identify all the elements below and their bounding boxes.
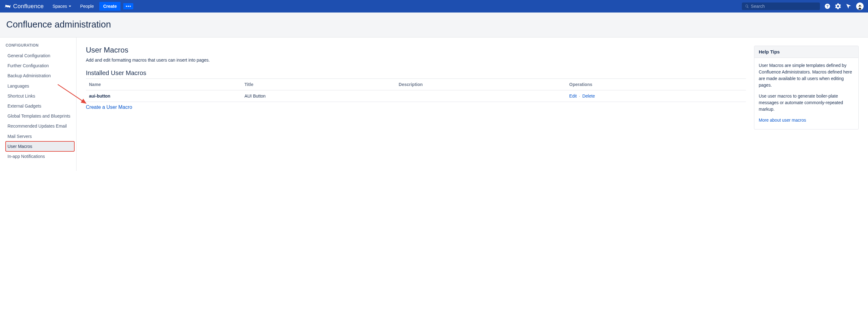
help-button[interactable]: ? [824, 3, 831, 9]
sidebar-heading: CONFIGURATION [6, 43, 74, 48]
svg-point-1 [128, 6, 129, 7]
create-button-label: Create [103, 4, 117, 9]
page-header: Confluence administration [0, 12, 868, 37]
main-description: Add and edit formatting macros that user… [86, 58, 746, 62]
sidebar-item-user-macros[interactable]: User Macros [6, 141, 74, 151]
page-title: Confluence administration [6, 19, 862, 30]
search-input[interactable] [751, 4, 817, 9]
sidebar-item-general-configuration[interactable]: General Configuration [6, 51, 74, 61]
table-row: aui-buttonAUI ButtonEdit · Delete [86, 90, 746, 102]
notification-icon [845, 3, 852, 9]
sidebar-item-external-gadgets[interactable]: External Gadgets [6, 101, 74, 111]
avatar[interactable] [856, 2, 864, 10]
search-box[interactable] [742, 2, 820, 10]
sidebar-item-further-configuration[interactable]: Further Configuration [6, 61, 74, 71]
more-button[interactable] [123, 3, 133, 9]
help-icon: ? [824, 3, 831, 9]
section-heading: Installed User Macros [86, 69, 746, 77]
create-user-macro-link[interactable]: Create a User Macro [86, 105, 132, 110]
macro-title: AUI Button [241, 90, 396, 102]
notifications-button[interactable] [845, 3, 852, 9]
col-description: Description [396, 79, 566, 90]
macros-table: NameTitleDescriptionOperations aui-butto… [86, 79, 746, 102]
main-heading: User Macros [86, 46, 746, 54]
nav-spaces-label: Spaces [53, 4, 67, 9]
product-logo[interactable]: Confluence [4, 3, 47, 10]
edit-link[interactable]: Edit [569, 93, 577, 99]
svg-point-2 [130, 6, 131, 7]
nav-right: ? [742, 2, 864, 10]
nav-people[interactable]: People [77, 2, 97, 11]
macro-name: aui-button [86, 90, 241, 102]
sidebar-item-mail-servers[interactable]: Mail Servers [6, 131, 74, 141]
sidebar-item-backup-administration[interactable]: Backup Administration [6, 71, 74, 81]
top-nav: Confluence Spaces People Create ? [0, 0, 868, 12]
settings-button[interactable] [835, 3, 841, 9]
macro-operations: Edit · Delete [566, 90, 746, 102]
help-panel: Help Tips User Macros are simple templat… [754, 46, 859, 130]
col-name: Name [86, 79, 241, 90]
help-body: User Macros are simple templates defined… [754, 58, 858, 129]
sidebar-item-shortcut-links[interactable]: Shortcut Links [6, 91, 74, 101]
sidebar-item-in-app-notifications[interactable]: In-app Notifications [6, 151, 74, 161]
main: User Macros Add and edit formatting macr… [86, 46, 746, 110]
chevron-down-icon [68, 5, 71, 8]
svg-text:?: ? [826, 4, 828, 8]
avatar-icon [857, 4, 863, 10]
sidebar-item-languages[interactable]: Languages [6, 81, 74, 91]
content: User Macros Add and edit formatting macr… [76, 37, 868, 171]
help-p1: User Macros are simple templates defined… [759, 62, 854, 88]
body: CONFIGURATION General ConfigurationFurth… [0, 37, 868, 171]
product-name: Confluence [13, 3, 44, 10]
help-more-link[interactable]: More about user macros [759, 118, 806, 122]
create-button[interactable]: Create [99, 2, 121, 11]
confluence-icon [4, 3, 11, 10]
help-p2: Use user macros to generate boiler-plate… [759, 93, 854, 113]
col-operations: Operations [566, 79, 746, 90]
gear-icon [835, 3, 841, 9]
ellipsis-icon [126, 6, 131, 7]
sidebar: CONFIGURATION General ConfigurationFurth… [0, 37, 76, 171]
macro-description [396, 90, 566, 102]
nav-people-label: People [80, 4, 94, 9]
search-icon [745, 4, 749, 8]
nav-spaces[interactable]: Spaces [49, 2, 74, 11]
col-title: Title [241, 79, 396, 90]
svg-point-0 [126, 6, 127, 7]
sidebar-item-recommended-updates-email[interactable]: Recommended Updates Email [6, 121, 74, 131]
delete-link[interactable]: Delete [582, 93, 595, 99]
sidebar-item-global-templates-and-blueprints[interactable]: Global Templates and Blueprints [6, 111, 74, 121]
help-heading: Help Tips [754, 46, 858, 58]
